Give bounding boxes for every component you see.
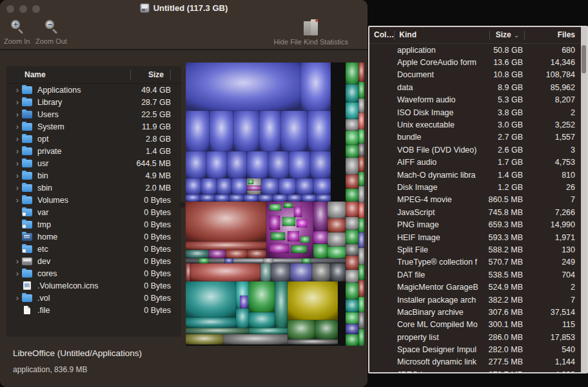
file-name: private (37, 147, 137, 156)
kind-name: Waveform audio (393, 95, 488, 104)
file-row[interactable]: › Applications 49.4 GB (6, 84, 181, 96)
stats-row[interactable]: MagicMentor GarageB 524.9 MB 2 (369, 281, 581, 293)
stats-row[interactable]: Installer package arch 382.2 MB 7 (369, 294, 581, 306)
file-row[interactable]: › .VolumeIcon.icns 0 Bytes (6, 279, 181, 292)
disclosure-chevron-icon[interactable]: › (13, 86, 22, 94)
file-row[interactable]: › var 0 Bytes (6, 206, 181, 218)
stats-row[interactable]: Waveform audio 5.3 GB 8,207 (369, 94, 581, 106)
column-header-color[interactable]: Col… (369, 30, 395, 40)
kind-name: Split File (393, 245, 488, 254)
column-header-files[interactable]: Files (525, 30, 581, 40)
file-row[interactable]: › Volumes 0 Bytes (6, 194, 181, 206)
home-icon (22, 233, 33, 241)
zoom-out-icon: − (43, 19, 59, 36)
disclosure-chevron-icon[interactable]: › (13, 184, 22, 192)
toolbar: + Zoom In − Zoom Out Hide File Kind Stat… (0, 18, 368, 50)
stats-row[interactable]: MPEG-4 movie 860.5 MB 7 (369, 194, 581, 206)
file-row[interactable]: › home 0 Bytes (6, 231, 181, 243)
file-row[interactable]: › etc 0 Bytes (6, 243, 181, 255)
stats-row[interactable]: HEIF Image 593.3 MB 1,971 (369, 231, 581, 243)
file-row[interactable]: › dev 0 Bytes (6, 255, 181, 267)
kind-files: 14,346 (523, 58, 581, 67)
column-header-name[interactable]: Name (6, 70, 131, 80)
stats-scrollbar[interactable] (581, 27, 587, 372)
stats-row[interactable]: data 8.9 GB 85,962 (369, 81, 581, 93)
doc-icon (22, 307, 33, 314)
file-size: 0 Bytes (137, 220, 181, 229)
stats-row[interactable]: VOB File (DVD Video) 2.6 GB 3 (369, 144, 581, 156)
disclosure-chevron-icon[interactable]: › (13, 135, 22, 143)
treemap-canvas[interactable] (186, 62, 364, 346)
stats-row[interactable]: PNG image 659.3 MB 14,990 (369, 218, 581, 231)
kind-name: Installer package arch (393, 296, 488, 305)
stats-scrollbar-thumb[interactable] (582, 45, 586, 73)
disclosure-chevron-icon[interactable]: › (13, 269, 22, 278)
stats-row[interactable]: Core ML Compiled Mo 300.1 MB 115 (369, 319, 581, 331)
stats-row[interactable]: ISO Disk Image 3.8 GB 2 (369, 106, 581, 118)
stats-row[interactable]: MacBinary archive 307.6 MB 37,514 (369, 306, 581, 318)
stats-row[interactable]: Disk Image 1.2 GB 26 (369, 181, 581, 193)
pane-splitter[interactable] (179, 52, 186, 346)
disk-icon (22, 258, 33, 265)
file-row[interactable]: › tmp 0 Bytes (6, 218, 181, 231)
zoom-in-label: Zoom In (4, 37, 30, 45)
file-row[interactable]: › Library 28.7 GB (6, 96, 181, 108)
file-kind-statistics-icon (302, 19, 319, 37)
stats-row[interactable]: Unix executable 3.0 GB 3,252 (369, 118, 581, 131)
stats-row[interactable]: bundle 2.7 GB 1,557 (369, 131, 581, 144)
stats-row[interactable]: JavaScript 745.8 MB 7,266 (369, 206, 581, 218)
zoom-out-button[interactable]: − Zoom Out (35, 19, 67, 45)
stats-row[interactable]: AIFF audio 1.7 GB 4,753 (369, 156, 581, 169)
stats-row[interactable]: Space Designer Impul 282.0 MB 540 (369, 343, 581, 355)
stats-row[interactable]: TrueType® collection f 570.7 MB 249 (369, 256, 581, 269)
stats-row[interactable]: application 50.8 GB 680 (369, 44, 581, 56)
stats-row[interactable]: DAT file 538.5 MB 704 (369, 269, 581, 281)
column-header-size-stats[interactable]: Size ⌄ (490, 30, 525, 40)
file-row[interactable]: › cores 0 Bytes (6, 267, 181, 279)
kind-size: 3.8 GB (488, 108, 523, 117)
folder-icon (22, 99, 33, 106)
folder-icon (22, 196, 33, 204)
kind-files: 85,962 (523, 83, 581, 92)
kind-files: 4,753 (523, 158, 581, 167)
kind-size: 745.8 MB (488, 208, 523, 217)
stats-row[interactable]: Mach-O dynamic libra 1.4 GB 810 (369, 169, 581, 181)
stats-row[interactable]: property list 286.0 MB 17,853 (369, 331, 581, 343)
stats-row[interactable]: Apple CoreAudio form 13.6 GB 14,346 (369, 56, 581, 68)
disclosure-chevron-icon[interactable]: › (13, 171, 22, 180)
kind-name: Document (393, 70, 488, 79)
kind-files: 26 (523, 183, 581, 192)
file-row[interactable]: › Users 22.5 GB (6, 108, 181, 120)
disclosure-chevron-icon[interactable]: › (13, 122, 22, 131)
file-name: tmp (37, 220, 137, 229)
column-header-size[interactable]: Size (131, 70, 171, 80)
disclosure-chevron-icon[interactable]: › (13, 159, 22, 167)
stats-row[interactable]: JPEG image 272.7 MB 4,093 (369, 368, 581, 372)
disclosure-chevron-icon[interactable]: › (13, 98, 22, 106)
disclosure-chevron-icon[interactable]: › (13, 294, 22, 302)
file-row[interactable]: › sbin 2.0 MB (6, 182, 181, 194)
stats-row[interactable]: Document 10.8 GB 108,784 (369, 69, 581, 81)
disclosure-chevron-icon[interactable]: › (13, 257, 22, 265)
hide-file-kind-statistics-button[interactable]: Hide File Kind Statistics (273, 19, 348, 46)
stats-row[interactable]: Microsoft dynamic link 277.5 MB 1,144 (369, 356, 581, 368)
file-row[interactable]: › .vol 0 Bytes (6, 292, 181, 304)
disclosure-chevron-icon[interactable]: › (13, 110, 22, 118)
disclosure-chevron-icon[interactable]: › (13, 196, 22, 204)
zoom-in-button[interactable]: + Zoom In (4, 19, 30, 45)
stats-row[interactable]: Split File 588.2 MB 130 (369, 243, 581, 256)
file-kind-statistics-drawer: Col… Kind Size ⌄ Files application 50.8 … (368, 26, 588, 373)
file-row[interactable]: › private 1.4 GB (6, 145, 181, 157)
file-row[interactable]: › System 11.9 GB (6, 120, 181, 133)
file-row[interactable]: › .file 0 Bytes (6, 304, 181, 316)
kind-size: 538.5 MB (488, 270, 523, 279)
disclosure-chevron-icon[interactable]: › (13, 147, 22, 155)
file-row[interactable]: › opt 2.8 GB (6, 133, 181, 145)
file-row[interactable]: › bin 4.9 MB (6, 169, 181, 182)
file-row[interactable]: › usr 644.5 MB (6, 157, 181, 169)
kind-size: 588.2 MB (488, 245, 523, 254)
kind-name: MPEG-4 movie (393, 195, 488, 204)
kind-files: 2 (523, 283, 581, 292)
column-header-kind[interactable]: Kind (395, 30, 490, 40)
file-name: Users (37, 110, 137, 119)
